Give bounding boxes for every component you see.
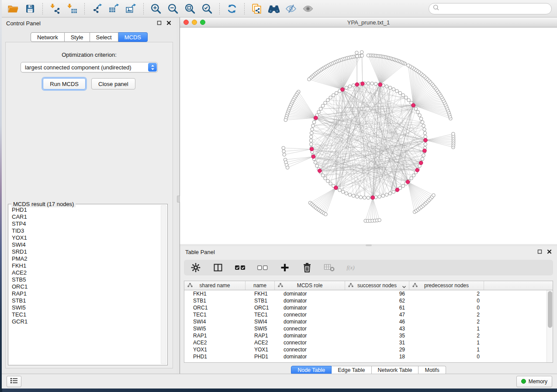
graph-node[interactable] [356,195,359,199]
graph-hub-node[interactable] [415,168,419,172]
graph-node[interactable] [422,154,426,157]
mcds-result-item[interactable]: PHD1 [12,206,160,213]
graph-node[interactable] [388,192,392,195]
graph-satellite-node[interactable] [282,150,286,153]
graph-satellite-node[interactable] [282,146,285,150]
table-row[interactable]: RAP1RAP1dominator352 [184,332,553,339]
mcds-result-item[interactable]: ORC1 [12,283,160,290]
table-row[interactable]: ORC1ORC1dominator610 [184,304,553,311]
graph-node[interactable] [310,143,313,146]
graph-node[interactable] [345,192,348,195]
graph-node[interactable] [321,104,325,108]
graph-hub-node[interactable] [378,83,382,87]
tab-network-table[interactable]: Network Table [372,366,419,375]
graph-node[interactable] [309,139,313,142]
graph-satellite-node[interactable] [308,78,311,81]
table-row[interactable]: TEC1TEC1connector472 [184,311,553,318]
graph-node[interactable] [310,131,313,135]
graph-node[interactable] [385,193,388,196]
graph-satellite-node[interactable] [283,153,286,156]
graph-node[interactable] [338,189,342,192]
table-row[interactable]: PHD1PHD1dominator180 [184,353,553,360]
graph-node[interactable] [405,96,408,100]
graph-hub-node[interactable] [371,196,375,199]
add-column-icon[interactable] [279,262,291,273]
graph-node[interactable] [319,107,322,110]
graph-node[interactable] [378,195,381,199]
run-mcds-button[interactable]: Run MCDS [43,78,86,89]
graph-hub-node[interactable] [406,180,410,184]
select-all-rows-icon[interactable] [235,262,246,273]
graph-node[interactable] [370,82,374,86]
zoom-selected-icon[interactable] [199,2,215,15]
graph-node[interactable] [392,190,395,194]
vertical-splitter[interactable] [176,17,180,374]
import-network-icon[interactable] [47,2,63,15]
graph-node[interactable] [367,82,370,85]
graph-node[interactable] [412,174,415,177]
mcds-result-item[interactable]: SWI4 [12,241,160,248]
graph-satellite-node[interactable] [432,194,436,197]
graph-hub-node[interactable] [334,186,338,190]
graph-satellite-node[interactable] [360,54,364,58]
mcds-result-item[interactable]: RAP1 [12,290,160,297]
column-header-shared-name[interactable]: shared name [184,281,246,290]
graph-node[interactable] [311,124,315,127]
graph-satellite-node[interactable] [324,213,328,216]
mcds-result-item[interactable]: FKH1 [12,262,160,269]
mcds-result-item[interactable]: STP4 [12,220,160,227]
window-close-button[interactable] [183,20,189,25]
graph-node[interactable] [419,117,423,120]
graph-hub-node[interactable] [395,188,399,192]
tab-edge-table[interactable]: Edge Table [332,366,371,375]
graph-hub-node[interactable] [311,155,315,159]
close-panel-button[interactable]: Close panel [91,78,135,89]
graph-node[interactable] [315,164,319,168]
graph-node[interactable] [418,113,422,117]
table-row[interactable]: ACE2ACE2connector311 [184,339,553,346]
column-header-MCDS-role[interactable]: MCDS role [275,281,345,290]
graph-satellite-node[interactable] [452,132,455,136]
graph-node[interactable] [341,190,345,194]
column-header-predecessor-nodes[interactable]: predecessor nodes [409,281,484,290]
table-scrollbar[interactable] [547,290,553,362]
graph-node[interactable] [317,110,321,114]
mcds-result-item[interactable]: ACE2 [12,269,160,276]
graph-node[interactable] [326,99,330,102]
graph-node[interactable] [423,128,426,131]
graph-node[interactable] [401,184,405,188]
mcds-result-item[interactable]: STB5 [12,276,160,283]
task-history-button[interactable] [7,376,21,387]
clone-network-icon[interactable] [249,2,265,15]
memory-button[interactable]: Memory [516,376,552,387]
function-builder-icon[interactable]: f(x) [346,262,357,273]
graph-node[interactable] [421,157,424,161]
graph-node[interactable] [423,131,427,135]
mcds-result-item[interactable]: PMA2 [12,255,160,262]
graph-node[interactable] [329,182,332,186]
graph-hub-node[interactable] [419,161,423,165]
search-box[interactable] [429,3,552,14]
deselect-all-rows-icon[interactable] [257,262,268,273]
graph-node[interactable] [424,143,427,146]
zoom-fit-icon[interactable] [182,2,198,15]
table-row[interactable]: SWI4SWI4dominator462 [184,318,553,325]
column-header-successor-nodes[interactable]: successor nodes [345,281,409,290]
table-row[interactable]: FKH1FKH1dominator962 [184,290,553,297]
graph-satellite-node[interactable] [356,55,359,58]
window-minimize-button[interactable] [192,20,197,25]
mcds-result-item[interactable]: GCR1 [12,318,160,325]
graph-node[interactable] [335,91,338,95]
table-settings-icon[interactable] [190,262,201,273]
show-all-icon[interactable] [300,2,316,15]
graph-satellite-node[interactable] [360,51,363,54]
table-row[interactable]: YOX1YOX1connector291 [184,346,553,353]
graph-node[interactable] [348,193,352,196]
mcds-result-item[interactable]: YOX1 [12,234,160,241]
network-canvas[interactable] [180,28,557,244]
mcds-result-list[interactable]: PHD1CAR1STP4TID3YOX1SWI4SRD1PMA2FKH1ACE2… [12,206,160,364]
result-list-scrollbar[interactable] [161,205,166,364]
tab-node-table[interactable]: Node Table [291,366,332,375]
graph-node[interactable] [329,96,332,100]
graph-hub-node[interactable] [341,88,345,92]
